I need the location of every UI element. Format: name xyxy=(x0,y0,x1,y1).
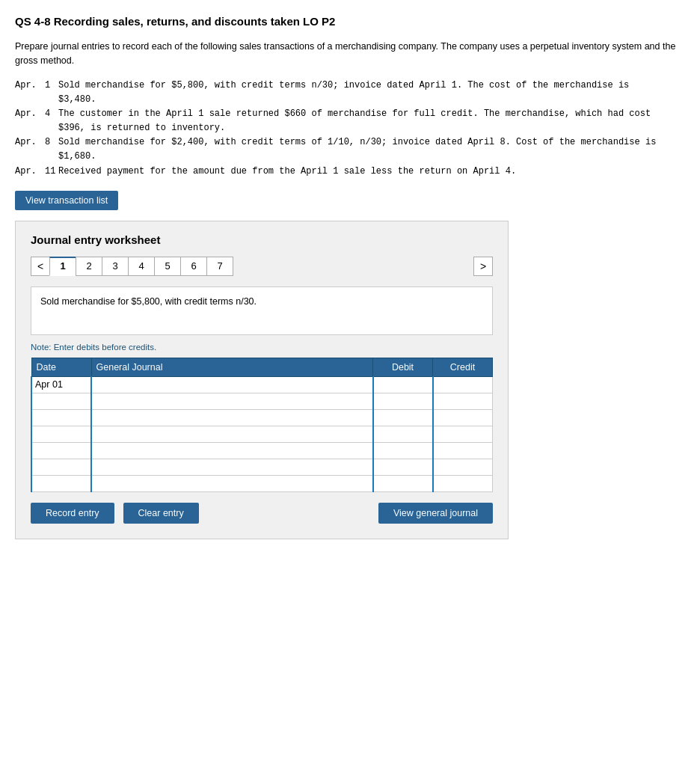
tab-7[interactable]: 7 xyxy=(206,257,233,276)
debit-cell-2[interactable] xyxy=(373,393,433,409)
journal-input-7[interactable] xyxy=(95,476,369,491)
tab-2[interactable]: 2 xyxy=(76,257,102,276)
debit-cell-7[interactable] xyxy=(373,475,433,491)
journal-cell-4[interactable] xyxy=(91,426,373,442)
tab-4[interactable]: 4 xyxy=(128,257,155,276)
col-date: Date xyxy=(31,358,91,376)
tab-prev-arrow[interactable]: < xyxy=(31,257,50,276)
date-cell-7[interactable] xyxy=(31,475,91,491)
date-input-4[interactable] xyxy=(35,426,88,442)
tab-3[interactable]: 3 xyxy=(102,257,129,276)
view-transaction-button[interactable]: View transaction list xyxy=(15,191,118,210)
tab-next-arrow[interactable]: > xyxy=(473,257,493,276)
date-cell-4[interactable] xyxy=(31,426,91,442)
clear-entry-button[interactable]: Clear entry xyxy=(123,503,199,524)
journal-input-5[interactable] xyxy=(95,443,369,459)
journal-cell-5[interactable] xyxy=(91,442,373,459)
debit-input-6[interactable] xyxy=(377,459,429,475)
col-debit: Debit xyxy=(373,358,433,376)
date-input-6[interactable] xyxy=(35,459,88,475)
trans-text-1b: $3,480. xyxy=(58,93,96,107)
table-row: Apr 01 xyxy=(31,376,493,393)
trans-num-2: 4 xyxy=(45,107,58,121)
credit-input-7[interactable] xyxy=(437,476,490,491)
trans-text-1: Sold merchandise for $5,800, with credit… xyxy=(58,79,629,93)
date-input-2[interactable] xyxy=(35,393,88,409)
tab-1[interactable]: 1 xyxy=(49,257,76,276)
trans-label-3: Apr. xyxy=(15,135,45,150)
trans-text-3b: $1,680. xyxy=(58,150,96,164)
journal-cell-6[interactable] xyxy=(91,459,373,475)
journal-table: Date General Journal Debit Credit Apr 01 xyxy=(31,358,493,492)
journal-cell-2[interactable] xyxy=(91,393,373,409)
trans-text-3: Sold merchandise for $2,400, with credit… xyxy=(58,135,656,150)
credit-cell-3[interactable] xyxy=(433,409,493,426)
credit-input-2[interactable] xyxy=(437,393,490,409)
tabs-navigation: < 1 2 3 4 5 6 7 > xyxy=(31,257,493,276)
record-entry-button[interactable]: Record entry xyxy=(31,503,114,524)
journal-input-3[interactable] xyxy=(95,410,369,426)
credit-input-6[interactable] xyxy=(437,459,490,475)
debit-cell-6[interactable] xyxy=(373,459,433,475)
tab-6[interactable]: 6 xyxy=(180,257,207,276)
debit-input-3[interactable] xyxy=(377,410,429,426)
journal-input-4[interactable] xyxy=(95,426,369,442)
credit-input-3[interactable] xyxy=(437,410,490,426)
debit-input-5[interactable] xyxy=(377,443,429,459)
worksheet-title: Journal entry worksheet xyxy=(31,233,493,246)
table-row xyxy=(31,426,493,442)
action-buttons: Record entry Clear entry View general jo… xyxy=(31,503,493,524)
credit-cell-5[interactable] xyxy=(433,442,493,459)
transactions-list: Apr. 1 Sold merchandise for $5,800, with… xyxy=(15,79,685,179)
col-journal: General Journal xyxy=(91,358,373,376)
date-input-7[interactable] xyxy=(35,476,88,491)
trans-label-2: Apr. xyxy=(15,107,45,121)
trans-label-1: Apr. xyxy=(15,79,45,93)
credit-cell-2[interactable] xyxy=(433,393,493,409)
date-cell-3[interactable] xyxy=(31,409,91,426)
journal-cell-1[interactable] xyxy=(91,376,373,393)
credit-input-1[interactable] xyxy=(437,377,490,393)
debit-input-2[interactable] xyxy=(377,393,429,409)
worksheet-container: Journal entry worksheet < 1 2 3 4 5 6 7 … xyxy=(15,221,509,539)
table-row xyxy=(31,409,493,426)
tab-5[interactable]: 5 xyxy=(154,257,181,276)
date-input-5[interactable] xyxy=(35,443,88,459)
col-credit: Credit xyxy=(433,358,493,376)
debit-cell-1[interactable] xyxy=(373,376,433,393)
trans-num-4: 11 xyxy=(45,165,58,179)
date-cell-5[interactable] xyxy=(31,442,91,459)
credit-cell-4[interactable] xyxy=(433,426,493,442)
credit-cell-7[interactable] xyxy=(433,475,493,491)
trans-label-4: Apr. xyxy=(15,165,45,179)
debit-cell-5[interactable] xyxy=(373,442,433,459)
debit-input-1[interactable] xyxy=(377,377,429,393)
table-row xyxy=(31,442,493,459)
debit-cell-3[interactable] xyxy=(373,409,433,426)
trans-num-3: 8 xyxy=(45,135,58,150)
description-box: Sold merchandise for $5,800, with credit… xyxy=(31,287,493,335)
journal-input-2[interactable] xyxy=(95,393,369,409)
journal-input-6[interactable] xyxy=(95,459,369,475)
credit-cell-6[interactable] xyxy=(433,459,493,475)
journal-input-1[interactable] xyxy=(95,377,369,393)
credit-cell-1[interactable] xyxy=(433,376,493,393)
credit-input-5[interactable] xyxy=(437,443,490,459)
journal-cell-7[interactable] xyxy=(91,475,373,491)
date-input-3[interactable] xyxy=(35,410,88,426)
trans-text-4: Received payment for the amount due from… xyxy=(58,165,516,179)
date-cell-1: Apr 01 xyxy=(31,376,91,393)
instructions: Prepare journal entries to record each o… xyxy=(15,40,685,68)
date-cell-2[interactable] xyxy=(31,393,91,409)
debit-input-7[interactable] xyxy=(377,476,429,491)
debit-cell-4[interactable] xyxy=(373,426,433,442)
trans-text-2b: $396, is returned to inventory. xyxy=(58,121,225,135)
credit-input-4[interactable] xyxy=(437,426,490,442)
journal-cell-3[interactable] xyxy=(91,409,373,426)
table-row xyxy=(31,475,493,491)
debit-input-4[interactable] xyxy=(377,426,429,442)
table-row xyxy=(31,459,493,475)
date-cell-6[interactable] xyxy=(31,459,91,475)
view-general-journal-button[interactable]: View general journal xyxy=(378,503,493,524)
note-text: Note: Enter debits before credits. xyxy=(31,343,493,352)
